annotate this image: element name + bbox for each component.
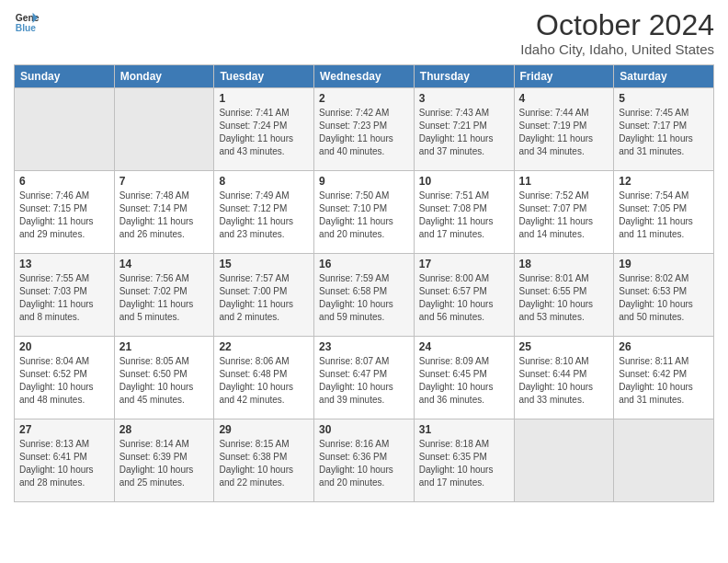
cell-content: Sunrise: 8:02 AMSunset: 6:53 PMDaylight:… <box>619 272 709 324</box>
cell-content: Sunrise: 7:50 AMSunset: 7:10 PMDaylight:… <box>319 190 409 241</box>
calendar-cell: 6Sunrise: 7:46 AMSunset: 7:15 PMDaylight… <box>15 171 115 254</box>
day-header-wednesday: Wednesday <box>314 65 415 88</box>
calendar-cell: 30Sunrise: 8:16 AMSunset: 6:36 PMDayligh… <box>314 419 415 502</box>
page-header: General Blue October 2024 Idaho City, Id… <box>14 9 714 57</box>
cell-content: Sunrise: 7:57 AMSunset: 7:00 PMDaylight:… <box>219 272 309 324</box>
calendar-cell <box>614 419 714 502</box>
cell-content: Sunrise: 7:52 AMSunset: 7:07 PMDaylight:… <box>519 190 609 241</box>
day-number: 7 <box>119 175 210 188</box>
day-number: 8 <box>219 175 309 188</box>
day-number: 12 <box>619 175 709 188</box>
day-number: 21 <box>119 340 210 353</box>
calendar-cell: 10Sunrise: 7:51 AMSunset: 7:08 PMDayligh… <box>414 171 514 254</box>
day-number: 9 <box>319 175 409 188</box>
week-row-1: 1Sunrise: 7:41 AMSunset: 7:24 PMDaylight… <box>15 88 714 171</box>
day-number: 24 <box>419 340 509 353</box>
day-header-sunday: Sunday <box>15 65 115 88</box>
day-number: 18 <box>519 258 609 270</box>
cell-content: Sunrise: 7:46 AMSunset: 7:15 PMDaylight:… <box>19 190 109 241</box>
day-number: 30 <box>319 423 409 436</box>
title-block: October 2024 Idaho City, Idaho, United S… <box>520 9 714 57</box>
calendar-cell: 3Sunrise: 7:43 AMSunset: 7:21 PMDaylight… <box>414 88 514 171</box>
calendar-cell: 31Sunrise: 8:18 AMSunset: 6:35 PMDayligh… <box>414 419 514 502</box>
day-number: 2 <box>319 92 409 105</box>
cell-content: Sunrise: 7:41 AMSunset: 7:24 PMDaylight:… <box>219 107 309 158</box>
calendar-cell: 7Sunrise: 7:48 AMSunset: 7:14 PMDaylight… <box>114 171 214 254</box>
calendar-cell: 15Sunrise: 7:57 AMSunset: 7:00 PMDayligh… <box>214 254 314 337</box>
day-number: 22 <box>219 340 309 353</box>
cell-content: Sunrise: 8:13 AMSunset: 6:41 PMDaylight:… <box>19 438 109 489</box>
header-row: SundayMondayTuesdayWednesdayThursdayFrid… <box>15 65 714 88</box>
calendar-cell: 12Sunrise: 7:54 AMSunset: 7:05 PMDayligh… <box>614 171 714 254</box>
cell-content: Sunrise: 8:14 AMSunset: 6:39 PMDaylight:… <box>119 438 210 489</box>
calendar-cell: 5Sunrise: 7:45 AMSunset: 7:17 PMDaylight… <box>614 88 714 171</box>
page-subtitle: Idaho City, Idaho, United States <box>520 41 714 57</box>
calendar-cell: 29Sunrise: 8:15 AMSunset: 6:38 PMDayligh… <box>214 419 314 502</box>
calendar-cell: 18Sunrise: 8:01 AMSunset: 6:55 PMDayligh… <box>514 254 614 337</box>
cell-content: Sunrise: 7:43 AMSunset: 7:21 PMDaylight:… <box>419 107 509 158</box>
day-number: 6 <box>19 175 109 188</box>
day-header-saturday: Saturday <box>614 65 714 88</box>
cell-content: Sunrise: 8:09 AMSunset: 6:45 PMDaylight:… <box>419 355 509 407</box>
day-number: 29 <box>219 423 309 436</box>
cell-content: Sunrise: 8:15 AMSunset: 6:38 PMDaylight:… <box>219 438 309 489</box>
calendar-cell: 25Sunrise: 8:10 AMSunset: 6:44 PMDayligh… <box>514 337 614 419</box>
calendar-cell: 20Sunrise: 8:04 AMSunset: 6:52 PMDayligh… <box>15 337 115 419</box>
cell-content: Sunrise: 8:11 AMSunset: 6:42 PMDaylight:… <box>619 355 709 407</box>
cell-content: Sunrise: 8:07 AMSunset: 6:47 PMDaylight:… <box>319 355 409 407</box>
calendar-cell: 26Sunrise: 8:11 AMSunset: 6:42 PMDayligh… <box>614 337 714 419</box>
cell-content: Sunrise: 8:04 AMSunset: 6:52 PMDaylight:… <box>19 355 109 407</box>
day-number: 28 <box>119 423 210 436</box>
cell-content: Sunrise: 7:45 AMSunset: 7:17 PMDaylight:… <box>619 107 709 158</box>
calendar-cell: 27Sunrise: 8:13 AMSunset: 6:41 PMDayligh… <box>15 419 115 502</box>
calendar-cell <box>15 88 115 171</box>
cell-content: Sunrise: 8:16 AMSunset: 6:36 PMDaylight:… <box>319 438 409 489</box>
day-header-tuesday: Tuesday <box>214 65 314 88</box>
calendar-cell: 1Sunrise: 7:41 AMSunset: 7:24 PMDaylight… <box>214 88 314 171</box>
day-number: 4 <box>519 92 609 105</box>
calendar-cell: 21Sunrise: 8:05 AMSunset: 6:50 PMDayligh… <box>114 337 214 419</box>
day-number: 19 <box>619 258 709 270</box>
day-number: 20 <box>19 340 109 353</box>
day-number: 1 <box>219 92 309 105</box>
cell-content: Sunrise: 7:56 AMSunset: 7:02 PMDaylight:… <box>119 272 210 324</box>
cell-content: Sunrise: 7:48 AMSunset: 7:14 PMDaylight:… <box>119 190 210 241</box>
day-number: 14 <box>119 258 210 270</box>
cell-content: Sunrise: 7:51 AMSunset: 7:08 PMDaylight:… <box>419 190 509 241</box>
week-row-3: 13Sunrise: 7:55 AMSunset: 7:03 PMDayligh… <box>15 254 714 337</box>
svg-text:Blue: Blue <box>16 23 37 33</box>
calendar-cell: 11Sunrise: 7:52 AMSunset: 7:07 PMDayligh… <box>514 171 614 254</box>
day-number: 13 <box>19 258 109 270</box>
day-number: 23 <box>319 340 409 353</box>
day-header-friday: Friday <box>514 65 614 88</box>
cell-content: Sunrise: 7:49 AMSunset: 7:12 PMDaylight:… <box>219 190 309 241</box>
day-number: 17 <box>419 258 509 270</box>
cell-content: Sunrise: 7:59 AMSunset: 6:58 PMDaylight:… <box>319 272 409 324</box>
day-number: 10 <box>419 175 509 188</box>
week-row-5: 27Sunrise: 8:13 AMSunset: 6:41 PMDayligh… <box>15 419 714 502</box>
cell-content: Sunrise: 7:55 AMSunset: 7:03 PMDaylight:… <box>19 272 109 324</box>
day-number: 15 <box>219 258 309 270</box>
calendar-table: SundayMondayTuesdayWednesdayThursdayFrid… <box>14 64 714 502</box>
calendar-cell: 13Sunrise: 7:55 AMSunset: 7:03 PMDayligh… <box>15 254 115 337</box>
cell-content: Sunrise: 8:18 AMSunset: 6:35 PMDaylight:… <box>419 438 509 489</box>
page-title: October 2024 <box>520 9 714 41</box>
calendar-cell: 14Sunrise: 7:56 AMSunset: 7:02 PMDayligh… <box>114 254 214 337</box>
cell-content: Sunrise: 8:10 AMSunset: 6:44 PMDaylight:… <box>519 355 609 407</box>
cell-content: Sunrise: 7:44 AMSunset: 7:19 PMDaylight:… <box>519 107 609 158</box>
day-number: 31 <box>419 423 509 436</box>
logo-icon: General Blue <box>14 9 40 35</box>
week-row-4: 20Sunrise: 8:04 AMSunset: 6:52 PMDayligh… <box>15 337 714 419</box>
day-number: 26 <box>619 340 709 353</box>
day-number: 16 <box>319 258 409 270</box>
day-number: 5 <box>619 92 709 105</box>
logo: General Blue <box>14 9 40 35</box>
calendar-cell: 17Sunrise: 8:00 AMSunset: 6:57 PMDayligh… <box>414 254 514 337</box>
day-number: 11 <box>519 175 609 188</box>
calendar-cell <box>514 419 614 502</box>
calendar-cell: 28Sunrise: 8:14 AMSunset: 6:39 PMDayligh… <box>114 419 214 502</box>
day-number: 25 <box>519 340 609 353</box>
calendar-cell <box>114 88 214 171</box>
cell-content: Sunrise: 7:42 AMSunset: 7:23 PMDaylight:… <box>319 107 409 158</box>
day-number: 3 <box>419 92 509 105</box>
